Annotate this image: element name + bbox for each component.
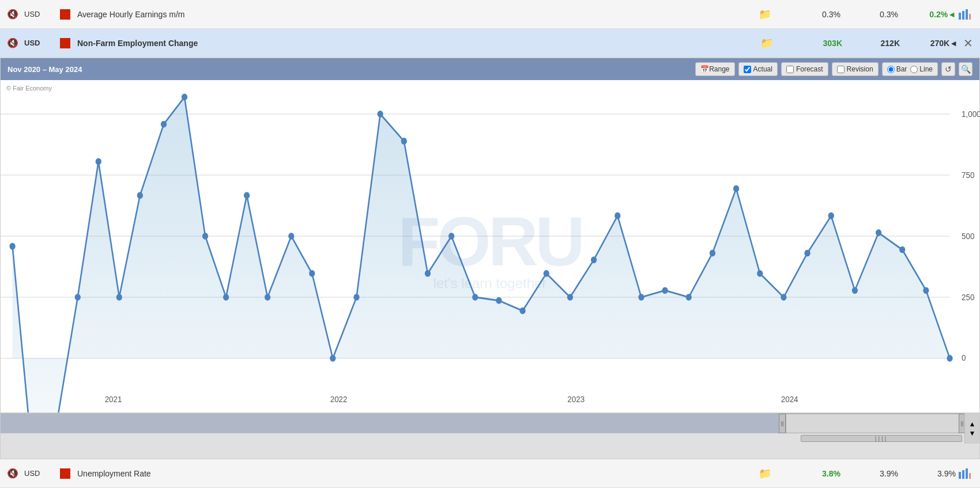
svg-point-46 bbox=[615, 213, 620, 220]
previous-value-2: 303K bbox=[785, 39, 842, 48]
forecast-checkbox[interactable] bbox=[786, 66, 794, 73]
svg-point-26 bbox=[161, 121, 167, 128]
revision-checkbox-btn[interactable]: Revision bbox=[832, 62, 879, 76]
scroll-up-icon[interactable]: ▲ bbox=[969, 421, 976, 428]
sound-icon-2[interactable]: 🔇 bbox=[7, 37, 18, 48]
svg-point-38 bbox=[425, 270, 431, 277]
indicator-name-1: Average Hourly Earnings m/m bbox=[77, 10, 759, 19]
forecast-value-3: 3.9% bbox=[898, 469, 956, 478]
chart-icon-3[interactable] bbox=[956, 467, 973, 480]
reset-zoom-button[interactable]: ↺ bbox=[941, 62, 955, 76]
svg-text:2024: 2024 bbox=[781, 394, 798, 404]
chart-toolbar: Nov 2020 – May 2024 📅 Range Actual Forec… bbox=[1, 58, 979, 80]
svg-point-58 bbox=[899, 247, 905, 254]
svg-text:500: 500 bbox=[962, 231, 974, 241]
currency-1: USD bbox=[24, 10, 53, 18]
revision-checkbox[interactable] bbox=[837, 66, 845, 73]
svg-point-40 bbox=[472, 294, 478, 301]
svg-point-42 bbox=[519, 307, 525, 314]
data-row-2: 🔇 USD Non-Farm Employment Change 📁 303K … bbox=[0, 29, 980, 58]
svg-point-24 bbox=[116, 294, 122, 301]
svg-rect-1 bbox=[962, 11, 964, 20]
line-radio[interactable]: Line bbox=[910, 65, 933, 73]
actual-checkbox-btn[interactable]: Actual bbox=[738, 62, 778, 76]
svg-point-25 bbox=[137, 192, 143, 199]
svg-rect-63 bbox=[966, 468, 968, 479]
indicator-name-2: Non-Farm Employment Change bbox=[77, 39, 760, 48]
revision-check: Revision bbox=[837, 65, 873, 73]
forecast-checkbox-btn[interactable]: Forecast bbox=[781, 62, 828, 76]
forecast-value-2: 270K◄ bbox=[900, 39, 958, 48]
chart-container: Nov 2020 – May 2024 📅 Range Actual Forec… bbox=[0, 58, 980, 459]
svg-point-45 bbox=[591, 256, 597, 263]
svg-point-28 bbox=[202, 233, 208, 240]
zoom-button[interactable]: 🔍 bbox=[959, 62, 973, 76]
copyright-text: © Fair Economy bbox=[6, 85, 52, 92]
svg-point-50 bbox=[710, 249, 715, 256]
line-radio-input[interactable] bbox=[910, 66, 918, 73]
svg-rect-64 bbox=[969, 473, 971, 479]
svg-point-53 bbox=[781, 294, 786, 301]
svg-point-23 bbox=[96, 158, 101, 165]
currency-2: USD bbox=[24, 39, 53, 47]
svg-point-32 bbox=[288, 233, 294, 240]
svg-text:0: 0 bbox=[962, 353, 966, 363]
svg-text:2023: 2023 bbox=[567, 394, 585, 404]
chart-date-range: Nov 2020 – May 2024 bbox=[7, 65, 695, 74]
sound-icon-1[interactable]: 🔇 bbox=[7, 9, 18, 20]
bar-radio[interactable]: Bar bbox=[887, 65, 907, 73]
range-button[interactable]: 📅 Range bbox=[695, 62, 734, 76]
currency-3: USD bbox=[24, 469, 53, 478]
scrollbar-handle-left[interactable]: || bbox=[779, 414, 786, 433]
svg-point-31 bbox=[265, 294, 270, 301]
folder-icon-1[interactable]: 📁 bbox=[759, 8, 771, 21]
chart-svg: 1,000 750 500 250 0 2021 2022 2023 2024 bbox=[1, 80, 979, 413]
red-square-2 bbox=[60, 38, 70, 48]
folder-icon-3[interactable]: 📁 bbox=[759, 467, 771, 480]
indicator-name-3: Unemployment Rate bbox=[77, 469, 759, 478]
actual-value-3: 3.9% bbox=[840, 469, 898, 478]
sound-icon-3[interactable]: 🔇 bbox=[7, 468, 18, 479]
svg-point-60 bbox=[947, 355, 952, 362]
actual-check: Actual bbox=[744, 65, 772, 73]
svg-text:750: 750 bbox=[962, 170, 974, 180]
svg-point-41 bbox=[496, 297, 502, 304]
svg-point-27 bbox=[182, 94, 187, 101]
close-icon-2[interactable]: ✕ bbox=[963, 36, 973, 50]
bar-radio-input[interactable] bbox=[887, 66, 895, 73]
svg-point-33 bbox=[309, 270, 315, 277]
chart-type-radio[interactable]: Bar Line bbox=[882, 62, 938, 76]
red-square-1 bbox=[60, 9, 70, 20]
svg-point-37 bbox=[401, 138, 407, 145]
svg-point-52 bbox=[757, 270, 763, 277]
svg-point-43 bbox=[544, 270, 549, 277]
svg-point-29 bbox=[223, 294, 229, 301]
svg-point-19 bbox=[9, 243, 15, 250]
svg-text:1,000: 1,000 bbox=[962, 109, 979, 119]
red-square-3 bbox=[60, 468, 70, 479]
svg-point-47 bbox=[638, 294, 644, 301]
actual-checkbox[interactable] bbox=[744, 66, 751, 73]
actual-value-1: 0.3% bbox=[840, 10, 898, 19]
actual-value-2: 212K bbox=[842, 39, 900, 48]
folder-icon-2[interactable]: 📁 bbox=[760, 37, 773, 50]
svg-point-36 bbox=[377, 111, 383, 118]
scrollbar-area[interactable]: || || |||| ▲ ▼ bbox=[1, 413, 979, 459]
svg-point-44 bbox=[567, 294, 573, 301]
chart-icon-1[interactable] bbox=[956, 8, 973, 21]
svg-point-51 bbox=[733, 186, 739, 192]
calendar-icon: 📅 bbox=[700, 65, 709, 73]
svg-rect-61 bbox=[959, 472, 961, 479]
scroll-down-icon[interactable]: ▼ bbox=[969, 430, 976, 437]
vertical-scroll-buttons[interactable]: ▲ ▼ bbox=[964, 413, 979, 444]
chart-svg-area: © Fair Economy FORU let's learn together… bbox=[1, 80, 979, 413]
previous-value-1: 0.3% bbox=[783, 10, 840, 19]
svg-rect-0 bbox=[959, 13, 961, 20]
svg-point-22 bbox=[75, 294, 81, 301]
previous-value-3: 3.8% bbox=[783, 469, 840, 478]
inner-scrollbar[interactable]: |||| bbox=[801, 435, 962, 442]
scrollbar-thumb[interactable] bbox=[786, 414, 964, 433]
forecast-check: Forecast bbox=[786, 65, 823, 73]
svg-point-34 bbox=[330, 355, 336, 362]
data-row-1: 🔇 USD Average Hourly Earnings m/m 📁 0.3%… bbox=[0, 0, 980, 29]
